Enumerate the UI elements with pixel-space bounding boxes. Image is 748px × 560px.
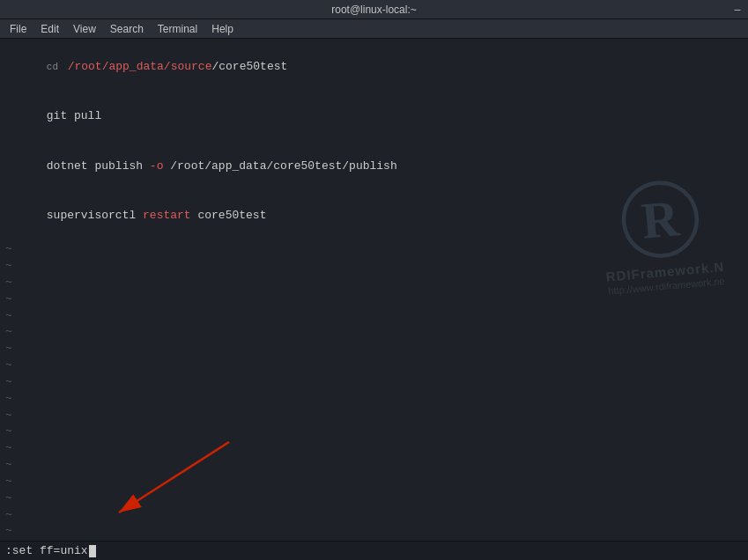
menu-item-help[interactable]: Help [205,21,240,37]
terminal-line-3: dotnet publish -o /root/app_data/core50t… [5,142,743,192]
terminal-body[interactable]: cd /root/app_data/source/core50test git … [0,39,748,541]
terminal-line-4: supervisorctl restart core50test [5,192,743,242]
terminal-line-1: cd /root/app_data/source/core50test [5,42,743,92]
titlebar-title: root@linux-local:~ [331,4,417,16]
menu-item-terminal[interactable]: Terminal [152,21,204,37]
titlebar: root@linux-local:~ − [0,0,748,19]
menu-item-edit[interactable]: Edit [34,21,65,37]
terminal-line-empty: ~ [5,291,743,308]
terminal-line-empty: ~ [5,241,743,258]
terminal-line-empty: ~ [5,540,743,541]
terminal-line-empty: ~ [5,523,743,540]
terminal-line-2: git pull [5,92,743,143]
terminal-line-empty: ~ [5,275,743,291]
terminal-line-empty: ~ [5,357,743,374]
terminal-line-empty: ~ [5,474,743,490]
terminal-line-empty: ~ [5,324,743,341]
terminal-line-empty: ~ [5,507,743,524]
menu-item-search[interactable]: Search [104,21,150,37]
terminal-line-empty: ~ [5,440,743,457]
terminal-line-empty: ~ [5,308,743,325]
minimize-button[interactable]: − [734,4,741,16]
statusbar-command: :set ff=unix [5,544,88,557]
terminal-line-empty: ~ [5,424,743,440]
terminal-line-empty: ~ [5,391,743,408]
terminal-line-empty: ~ [5,341,743,357]
terminal-output: cd /root/app_data/source/core50test git … [0,39,748,541]
terminal-line-empty: ~ [5,374,743,391]
menu-item-file[interactable]: File [4,21,33,37]
terminal-line-empty: ~ [5,408,743,424]
menu-item-view[interactable]: View [67,21,102,37]
terminal-line-empty: ~ [5,490,743,507]
terminal-cursor [89,545,96,557]
statusbar: :set ff=unix [0,541,748,560]
terminal-line-empty: ~ [5,258,743,275]
menubar: FileEditViewSearchTerminalHelp [0,19,748,39]
terminal-line-empty: ~ [5,457,743,474]
